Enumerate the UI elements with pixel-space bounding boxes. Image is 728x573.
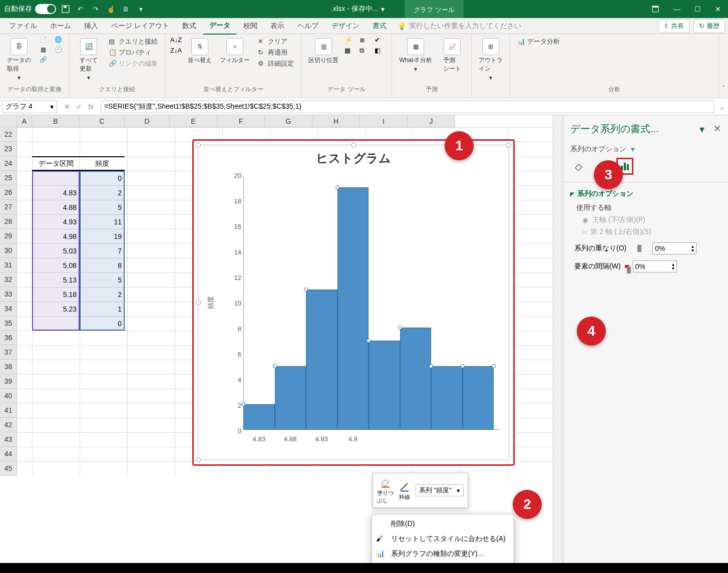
row-header[interactable]: 45 (0, 461, 17, 476)
spreadsheet-grid[interactable]: ABCDEFGHIJ 22232425262728293031323334353… (0, 115, 553, 563)
col-header[interactable]: A (17, 115, 32, 127)
chart-bar[interactable] (369, 341, 400, 430)
relationships-icon[interactable]: ⧉ (359, 47, 372, 55)
cell[interactable]: 4.88 (32, 200, 80, 214)
data-analysis[interactable]: 📊データ分析 (515, 36, 562, 47)
history-button[interactable]: ↻履歴 (693, 19, 725, 33)
touch-icon[interactable]: ☝ (105, 4, 116, 15)
ctx-delete[interactable]: 削除(D) (372, 516, 514, 531)
cell[interactable]: 5.13 (32, 272, 80, 287)
series-dropdown[interactable]: 系列 "頻度"▾ (416, 484, 464, 496)
cell[interactable]: 5 (80, 200, 125, 214)
row-header[interactable]: 23 (0, 142, 17, 156)
section-series-options[interactable]: 系列のオプション (570, 189, 721, 198)
row-header[interactable]: 32 (0, 272, 17, 287)
edit-links[interactable]: 🔗リンクの編集 (107, 58, 160, 69)
chart-bar[interactable] (337, 187, 369, 430)
filter-button[interactable]: ▿フィルター (218, 36, 252, 67)
row-header[interactable]: 44 (0, 447, 17, 461)
reapply-filter[interactable]: ↻再適用 (256, 47, 296, 58)
from-table-icon[interactable]: ▦ (37, 46, 49, 53)
undo-icon[interactable]: ↶ (75, 4, 86, 15)
text-to-columns-button[interactable]: ▥区切り位置 (306, 36, 340, 67)
tab-formulas[interactable]: 数式 (176, 18, 202, 34)
fill-button[interactable]: 塗りつ ぶし (377, 476, 394, 504)
cell[interactable]: 5 (80, 272, 125, 287)
cell[interactable]: 4.93 (32, 214, 80, 229)
save-icon[interactable] (60, 4, 71, 15)
queries-connections[interactable]: ▤クエリと接続 (107, 36, 160, 47)
cell[interactable]: 5.23 (32, 302, 80, 316)
tab-data[interactable]: データ (203, 18, 236, 35)
cell[interactable]: 2 (80, 185, 125, 200)
refresh-all-button[interactable]: 🔄すべて 更新▾ (75, 36, 103, 83)
tab-format[interactable]: 書式 (367, 18, 393, 34)
tell-me[interactable]: 💡 実行したい作業を入力してください (394, 22, 654, 31)
autosave-toggle[interactable]: 自動保存 (4, 4, 56, 14)
col-header[interactable]: C (80, 115, 125, 127)
sort-button[interactable]: ⇅並べ替え (186, 36, 214, 67)
row-header[interactable]: 40 (0, 389, 17, 403)
flash-fill-icon[interactable]: ⚡ (344, 36, 356, 44)
row-header[interactable]: 35 (0, 316, 17, 331)
col-header[interactable]: D (125, 115, 170, 127)
cell[interactable]: 19 (80, 229, 125, 243)
chart-object[interactable]: ヒストグラム 頻度 024681012141618204.834.884.934… (192, 139, 515, 466)
outline-button[interactable]: ⊞アウトラ イン▾ (477, 36, 505, 83)
chart-bar[interactable] (243, 404, 275, 430)
consolidate-icon[interactable]: ▦ (344, 47, 356, 55)
row-header[interactable]: 26 (0, 185, 17, 200)
overlap-slider[interactable] (630, 245, 648, 252)
gap-input[interactable]: 0%▴▾ (633, 260, 677, 272)
tab-file[interactable]: ファイル (3, 18, 43, 34)
col-header[interactable]: B (32, 115, 80, 127)
cell[interactable]: 0 (80, 171, 125, 185)
row-header[interactable]: 36 (0, 331, 17, 345)
data-model-icon[interactable]: ◧ (375, 47, 387, 55)
sort-az-icon[interactable]: A↓Z (170, 36, 182, 44)
sort-za-icon[interactable]: Z↓A (170, 47, 182, 54)
ribbon-options-icon[interactable] (651, 5, 659, 13)
tab-home[interactable]: ホーム (44, 18, 77, 34)
row-header[interactable]: 28 (0, 214, 17, 229)
cell[interactable]: 7 (80, 243, 125, 258)
chart-bar[interactable] (400, 328, 432, 430)
minimize-icon[interactable]: — (673, 5, 680, 13)
enter-formula-icon[interactable]: ✓ (76, 103, 82, 111)
chart-bar[interactable] (463, 366, 494, 430)
advanced-filter[interactable]: ⚙詳細設定 (256, 58, 296, 69)
chart-bar[interactable] (431, 366, 463, 430)
ctx-select-data[interactable]: ▦データの選択(E)… (372, 561, 514, 563)
whatif-button[interactable]: ▦What-If 分析▾ (397, 36, 434, 75)
name-box[interactable]: グラフ 4▾ (2, 100, 57, 113)
from-text-icon[interactable]: 📄 (37, 36, 49, 43)
existing-icon[interactable]: 🔗 (37, 56, 49, 63)
remove-dup-icon[interactable]: ≣ (359, 36, 372, 44)
tab-review[interactable]: 校閲 (237, 18, 263, 34)
from-web-icon[interactable]: 🌐 (52, 36, 64, 43)
row-header[interactable]: 27 (0, 200, 17, 214)
col-header[interactable]: F (217, 115, 265, 127)
chevron-down-icon[interactable]: ▾ (50, 103, 54, 111)
properties[interactable]: 📋プロパティ (107, 47, 160, 58)
cell[interactable]: 5.18 (32, 287, 80, 302)
cell[interactable]: 4.98 (32, 229, 80, 243)
recent-icon[interactable]: 🕘 (52, 46, 64, 53)
chart-bar[interactable] (275, 366, 306, 430)
cell[interactable]: 0 (80, 316, 125, 331)
cell[interactable]: 8 (80, 258, 125, 272)
overlap-input[interactable]: 0%▴▾ (652, 242, 696, 254)
cell[interactable]: 4.83 (32, 185, 80, 200)
col-header[interactable]: J (408, 115, 455, 127)
row-header[interactable]: 25 (0, 171, 17, 185)
get-data-button[interactable]: 🗄データの 取得▾ (5, 36, 33, 83)
row-header[interactable]: 43 (0, 432, 17, 447)
qat-more-icon[interactable]: ▾ (135, 4, 146, 15)
data-val-icon[interactable]: ✔ (375, 36, 387, 44)
cell[interactable]: 5.03 (32, 243, 80, 258)
row-header[interactable]: 24 (0, 156, 17, 171)
row-header[interactable]: 22 (0, 127, 17, 142)
pane-subheader[interactable]: 系列のオプション▼ (570, 145, 721, 154)
formula-input[interactable]: =SERIES("頻度",Sheet1!$B$25:$B$35,Sheet1!$… (101, 100, 714, 113)
row-header[interactable]: 29 (0, 229, 17, 243)
